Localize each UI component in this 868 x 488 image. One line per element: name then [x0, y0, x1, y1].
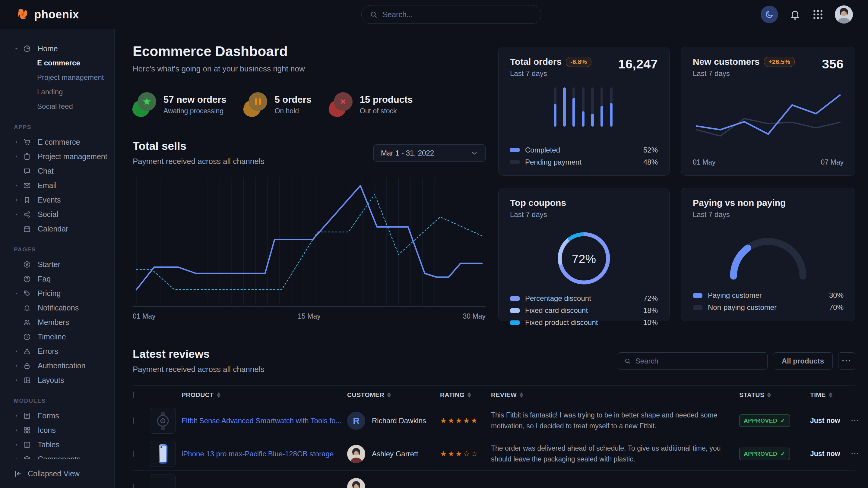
sidebar-item-errors[interactable]: Errors	[14, 344, 114, 358]
column-header-rating[interactable]: RATING	[440, 391, 491, 398]
card-title: New customers	[693, 57, 760, 67]
sidebar-item-project-management[interactable]: Project management	[14, 70, 114, 85]
sidebar-item-starter[interactable]: Starter	[14, 257, 114, 271]
row-checkbox[interactable]	[133, 418, 134, 424]
sidebar-item-pricing[interactable]: Pricing	[14, 286, 114, 300]
row-more-icon[interactable]: ···	[851, 417, 856, 425]
reviews-search[interactable]	[618, 352, 768, 369]
topbar: phoenix	[0, 0, 868, 29]
global-search[interactable]	[361, 5, 541, 24]
icons-icon	[23, 426, 33, 434]
global-search-input[interactable]	[383, 10, 533, 19]
sidebar-item-timeline[interactable]: Timeline	[14, 329, 114, 344]
sidebar-item-home[interactable]: Home	[14, 41, 114, 56]
sort-icon	[829, 392, 832, 398]
sidebar-item-notifications[interactable]: Notifications	[14, 300, 114, 315]
product-thumbnail[interactable]	[150, 474, 176, 488]
collapse-sidebar-button[interactable]: Collapsed View	[0, 459, 114, 488]
top-coupons-card: Top coupons Last 7 days 72% Percentage d…	[498, 188, 670, 321]
sidebar-item-chat[interactable]: Chat	[14, 164, 114, 178]
apps-menu-button[interactable]	[812, 8, 824, 21]
stat-value: 15 products	[360, 94, 413, 105]
customer-photo-avatar	[347, 478, 365, 488]
card-title: Top coupons	[510, 198, 566, 208]
dark-mode-toggle[interactable]	[761, 6, 778, 23]
brand-logo[interactable]: phoenix	[16, 7, 79, 22]
column-header-product[interactable]: PRODUCT	[182, 391, 347, 398]
row-checkbox[interactable]	[133, 484, 134, 488]
sidebar-item-label: Tables	[38, 441, 59, 449]
sidebar-item-e-commerce[interactable]: E commerce	[14, 135, 114, 149]
column-header-review[interactable]: REVIEW	[491, 391, 739, 398]
sidebar-item-events[interactable]: Events	[14, 193, 114, 207]
sidebar-item-forms[interactable]: Forms	[14, 409, 114, 423]
column-header-customer[interactable]: CUSTOMER	[347, 391, 440, 398]
sidebar-item-landing[interactable]: Landing	[14, 85, 114, 99]
notifications-button[interactable]	[789, 8, 801, 21]
compass-icon	[23, 260, 33, 268]
stat-caption: On hold	[275, 107, 311, 115]
review-text: The order was delivered ahead of schedul…	[491, 443, 739, 464]
sidebar-item-members[interactable]: Members	[14, 315, 114, 329]
more-options-button[interactable]: ···	[838, 352, 855, 369]
sidebar-item-email[interactable]: Email	[14, 178, 114, 193]
legend-label: Pending payment	[525, 158, 582, 166]
customer-cell[interactable]: RRichard Dawkins	[347, 412, 440, 430]
sidebar: Home E commerceProject managementLanding…	[0, 29, 115, 488]
caret-right-icon	[14, 139, 21, 145]
card-period: Last 7 days	[510, 69, 591, 78]
product-link[interactable]: Fitbit Sense Advanced Smartwatch with To…	[182, 417, 347, 425]
grid-icon	[812, 8, 824, 21]
legend-swatch	[693, 293, 703, 298]
table-row: iPhone 13 pro max-Pacific Blue-128GB sto…	[133, 437, 855, 470]
user-avatar[interactable]	[835, 5, 853, 24]
sidebar-item-components[interactable]: Components	[14, 452, 114, 459]
lock-icon	[23, 362, 33, 370]
paying-legend: Paying customer 30% Non-paying customer …	[693, 291, 843, 312]
row-checkbox[interactable]	[133, 451, 134, 457]
sidebar-item-project-management[interactable]: Project management	[14, 149, 114, 164]
product-link[interactable]: iPhone 13 pro max-Pacific Blue-128GB sto…	[182, 450, 347, 458]
review-time: Just now	[810, 417, 851, 425]
reviews-search-input[interactable]	[636, 357, 761, 365]
question-icon	[23, 275, 33, 283]
page-subtitle: Here's what's going on at your business …	[133, 64, 486, 73]
card-period: Last 7 days	[510, 210, 566, 219]
sidebar-item-faq[interactable]: Faq	[14, 271, 114, 286]
column-header-status[interactable]: STATUS	[739, 391, 810, 398]
sidebar-item-layouts[interactable]: Layouts	[14, 373, 114, 387]
legend-row: Paying customer 30%	[693, 291, 843, 300]
sidebar-item-label: Chat	[38, 167, 54, 175]
table-body: Fitbit Sense Advanced Smartwatch with To…	[133, 404, 855, 488]
sidebar-item-authentication[interactable]: Authentication	[14, 358, 114, 373]
warning-icon	[23, 347, 33, 355]
sidebar-item-e-commerce[interactable]: E commerce	[14, 56, 114, 70]
sidebar-item-icons[interactable]: Icons	[14, 423, 114, 437]
sidebar-item-label: Authentication	[38, 361, 85, 370]
total-sells-header: Total sells Payment received across all …	[133, 140, 486, 166]
all-products-button[interactable]: All products	[773, 352, 833, 369]
collapse-label: Collapsed View	[28, 469, 80, 478]
sidebar-item-calendar[interactable]: Calendar	[14, 222, 114, 236]
stats-row: ★ 57 new orders Awating processing 5 ord…	[133, 92, 486, 117]
sidebar-item-social[interactable]: Social	[14, 207, 114, 222]
select-all-checkbox[interactable]	[133, 392, 134, 398]
legend-row: Pending payment 48%	[510, 158, 658, 166]
date-range-select[interactable]: Mar 1 - 31, 2022	[373, 144, 486, 162]
column-header-time[interactable]: TIME	[810, 391, 851, 398]
product-thumbnail[interactable]	[150, 408, 176, 434]
total-orders-value: 16,247	[618, 57, 658, 71]
sidebar-section-label: MODULES	[14, 398, 114, 404]
components-icon	[23, 455, 33, 459]
caret-right-icon	[14, 291, 21, 296]
customer-name: Ashley Garrett	[372, 450, 418, 458]
sidebar-item-social-feed[interactable]: Social feed	[14, 99, 114, 113]
sidebar-item-tables[interactable]: Tables	[14, 437, 114, 452]
stat-caption: Out of stock	[360, 107, 413, 115]
legend-label: Percentage discount	[525, 294, 591, 303]
customer-cell[interactable]: Ashley Garrett	[347, 445, 440, 463]
bell-icon	[23, 304, 33, 312]
sidebar-item-label: Members	[38, 318, 69, 327]
product-thumbnail[interactable]	[150, 441, 176, 467]
row-more-icon[interactable]: ···	[851, 450, 856, 458]
